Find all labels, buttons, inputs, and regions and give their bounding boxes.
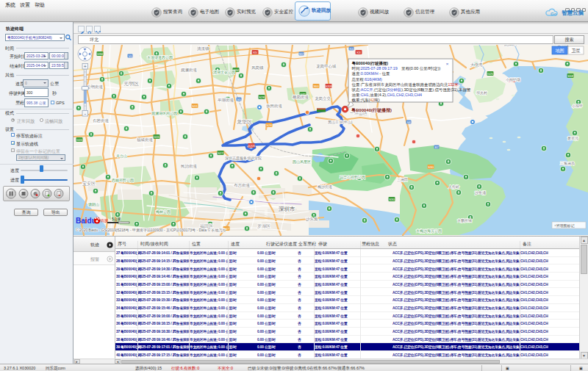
svg-text:小桔钓场: 小桔钓场 — [506, 77, 520, 82]
svg-text:塘朗山: 塘朗山 — [87, 202, 99, 206]
svg-text:S31: S31 — [192, 104, 198, 108]
svg-text:大梅沙海滨公园: 大梅沙海滨公园 — [416, 228, 442, 234]
svg-text:S30: S30 — [389, 198, 395, 201]
svg-text:清湖文化公园: 清湖文化公园 — [213, 70, 235, 75]
svg-text:民治街道: 民治街道 — [181, 164, 198, 169]
svg-text:G15: G15 — [76, 138, 83, 142]
svg-text:+: + — [84, 64, 87, 69]
svg-text:黄草湾: 黄草湾 — [567, 136, 578, 141]
svg-text:5公里: 5公里 — [112, 217, 121, 221]
svg-text:人衔岭: 人衔岭 — [448, 184, 459, 190]
svg-text:龙岗立交: 龙岗立交 — [315, 96, 331, 101]
svg-text:观澜街道: 观澜街道 — [181, 68, 198, 73]
svg-text:坝光村: 坝光村 — [476, 90, 487, 96]
svg-text:↑管理图标记: ↑管理图标记 — [554, 223, 575, 228]
svg-text:卫星: 卫星 — [572, 48, 581, 53]
svg-text:三角洲岛: 三角洲岛 — [560, 161, 575, 166]
svg-text:凤岗镇: 凤岗镇 — [251, 65, 264, 70]
svg-text:位置:广东省深圳市龙岗区坪山街道金联路金碧路边向北132米: 位置:广东省深圳市龙岗区坪山街道金联路金碧路边向北132米 — [352, 82, 459, 87]
svg-text:梅沙街道: 梅沙街道 — [318, 184, 332, 190]
svg-text:K6: K6 — [349, 47, 354, 51]
svg-text:公明街道: 公明街道 — [87, 84, 104, 90]
svg-text:状态:ACC开,已定位(3分钟前),3D定位(6颗卫星),信: 状态:ACC开,已定位(3分钟前),3D定位(6颗卫星),信号强度(31),未报… — [351, 87, 471, 93]
svg-text:G25: G25 — [487, 72, 494, 76]
svg-text:大浪绿道西公园: 大浪绿道西公园 — [147, 55, 173, 60]
svg-text:×: × — [446, 62, 449, 66]
svg-text:小辣甲: 小辣甲 — [572, 104, 583, 108]
svg-text:360: 360 — [314, 84, 320, 88]
svg-text:福城街道: 福城街道 — [137, 137, 154, 143]
svg-text:S58: S58 — [567, 74, 573, 78]
svg-text:油量:CH1,油量(4.2),CH1,CH2,CH3,CH4: 油量:CH1,油量(4.2),CH1,CH2,CH3,CH4 — [352, 93, 423, 97]
svg-text:坂田街道: 坂田街道 — [266, 104, 283, 109]
svg-text:总里程:616(4KM): 总里程:616(4KM) — [351, 77, 383, 82]
svg-text:观澜湖休闲公园: 观澜湖休闲公园 — [151, 111, 177, 116]
svg-text:罗湖区: 罗湖区 — [257, 223, 270, 228]
svg-text:Go: Go — [551, 12, 557, 16]
svg-text:B7: B7 — [434, 145, 439, 149]
svg-text:平湖街道: 平湖街道 — [218, 98, 234, 103]
svg-text:宝安区: 宝安区 — [82, 181, 96, 186]
svg-text:三洲田: 三洲田 — [397, 177, 408, 182]
svg-text:地图: 地图 — [556, 48, 564, 54]
svg-text:V0: V0 — [128, 54, 132, 58]
svg-text:布吉街道: 布吉街道 — [234, 183, 251, 188]
svg-text:K5: K5 — [253, 51, 257, 54]
svg-text:G205: G205 — [325, 84, 333, 88]
svg-text:G205: G205 — [248, 144, 256, 148]
svg-text:西丽郊野公园: 西丽郊野公园 — [112, 178, 134, 183]
svg-text:百度: 百度 — [101, 218, 108, 223]
svg-text:深圳市: 深圳市 — [279, 206, 295, 212]
svg-text:沙鱼涌: 沙鱼涌 — [475, 190, 486, 195]
svg-text:G15: G15 — [154, 135, 160, 139]
svg-text:园山风景区: 园山风景区 — [293, 159, 311, 165]
svg-text:Baidu: Baidu — [76, 217, 96, 225]
svg-text:横岗街道: 横岗街道 — [293, 95, 309, 100]
svg-text:-: - — [84, 110, 86, 117]
svg-text:S27: S27 — [218, 151, 223, 155]
svg-text:粤B00040(行驶播报): 粤B00040(行驶播报) — [352, 61, 389, 66]
svg-text:光明区: 光明区 — [123, 81, 139, 87]
svg-text:G94: G94 — [97, 52, 104, 56]
svg-text:深圳志愿服务培训学院: 深圳志愿服务培训学院 — [225, 156, 262, 161]
svg-text:黑山工业(坪山): 黑山工业(坪山) — [328, 120, 353, 124]
svg-text:羊台山: 羊台山 — [116, 154, 127, 158]
svg-text:大鹏所城: 大鹏所城 — [457, 218, 472, 223]
svg-text:龙华区: 龙华区 — [237, 119, 252, 125]
svg-text:S28: S28 — [266, 123, 272, 127]
svg-text:S5: S5 — [237, 98, 241, 101]
svg-text:载重:汽车(42吨): 载重:汽车(42吨) — [352, 98, 380, 102]
svg-text:大亚湾: 大亚湾 — [470, 62, 483, 68]
svg-text:沙头角: 沙头角 — [306, 217, 318, 222]
svg-text:马峦山郊野公园: 马峦山郊野公园 — [340, 175, 365, 180]
svg-text:S30: S30 — [428, 165, 434, 169]
svg-text:M2: M2 — [299, 52, 304, 56]
svg-text:K3: K3 — [356, 51, 361, 54]
svg-text:龙岗中心城: 龙岗中心城 — [316, 64, 337, 68]
svg-text:梅林公园: 梅林公园 — [156, 209, 171, 215]
svg-text:粤B00040(行驶播报): 粤B00040(行驶播报) — [351, 107, 392, 113]
svg-text:速度:0.00KM/H - 位置: 速度:0.00KM/H - 位置 — [352, 71, 390, 76]
svg-text:时间:2025-07-28 09:17:19 里程(0.00: 时间:2025-07-28 09:17:19 里程(0.00 公里/时(定)) — [352, 66, 441, 71]
svg-text:© 2020 Baidu - GS(2019)5218号 -: © 2020 Baidu - GS(2019)5218号 - 甲测资字11100… — [76, 228, 226, 233]
svg-text:清溪镇: 清溪镇 — [197, 46, 209, 51]
svg-text:S28: S28 — [259, 96, 265, 99]
svg-text:石岩街道: 石岩街道 — [93, 118, 110, 123]
svg-text:S8: S8 — [406, 120, 411, 124]
